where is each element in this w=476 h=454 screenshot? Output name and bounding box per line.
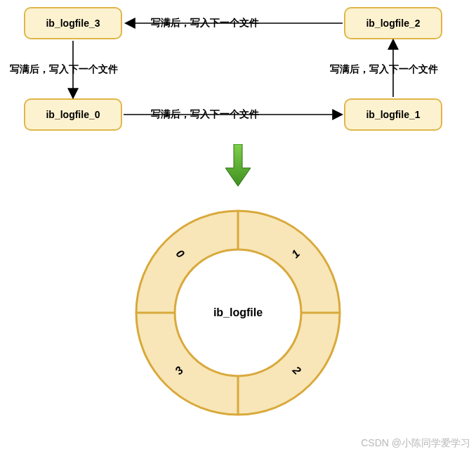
- edge-label-top: 写满后，写入下一个文件: [151, 17, 259, 30]
- node-ib-logfile-0: ib_logfile_0: [24, 98, 122, 131]
- node-label: ib_logfile_3: [46, 18, 100, 29]
- donut-center-label: ib_logfile: [133, 207, 343, 418]
- node-ib-logfile-2: ib_logfile_2: [344, 7, 442, 39]
- node-label: ib_logfile_2: [366, 18, 420, 29]
- edge-label-right: 写满后，写入下一个文件: [330, 63, 438, 76]
- donut-chart: 0 1 2 3 ib_logfile: [133, 207, 343, 418]
- node-ib-logfile-3: ib_logfile_3: [24, 7, 122, 39]
- watermark: CSDN @小陈同学爱学习: [361, 437, 470, 450]
- edge-label-bottom: 写满后，写入下一个文件: [151, 108, 259, 121]
- donut-center-text: ib_logfile: [213, 306, 263, 319]
- big-down-arrow-icon: [225, 144, 251, 186]
- node-ib-logfile-1: ib_logfile_1: [344, 98, 442, 131]
- edge-label-left: 写满后，写入下一个文件: [10, 63, 118, 76]
- node-label: ib_logfile_0: [46, 109, 100, 120]
- node-label: ib_logfile_1: [366, 109, 420, 120]
